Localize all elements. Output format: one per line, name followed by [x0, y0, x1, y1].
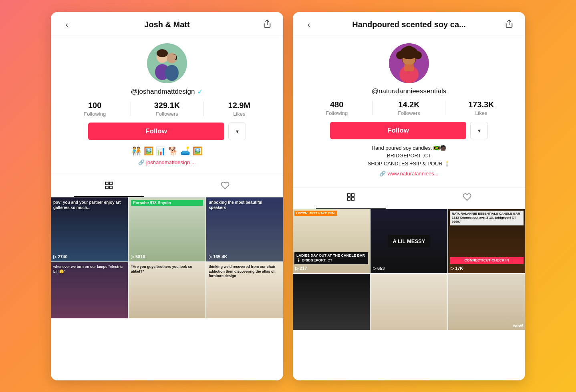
svg-rect-22: [352, 193, 354, 196]
left-followers-label: Followers: [156, 111, 178, 117]
left-video-4[interactable]: whenever we turn on our lamps "electric …: [51, 262, 128, 318]
left-profile-section: @joshandmattdesign ✓ 100 Following 329.1…: [51, 36, 283, 176]
right-bio: Hand poured soy candles. 🇯🇲🧑🏿 BRIDGEPORT…: [361, 144, 457, 182]
left-emoji-row: 🧑‍🤝‍🧑 🖼️ 📊 🐕 🛋️ 🖼️: [131, 145, 203, 157]
left-verified-badge: ✓: [197, 87, 203, 96]
right-tab-videos[interactable]: [293, 188, 409, 209]
right-video-4[interactable]: [293, 274, 370, 330]
left-back-button[interactable]: ‹: [60, 20, 73, 29]
right-video-1[interactable]: LISTEN, JUST HAVE FUN! LADIES DAY OUT AT…: [293, 209, 370, 273]
svg-point-5: [165, 65, 179, 81]
right-tab-liked[interactable]: [409, 188, 525, 209]
left-stats-row: 100 Following 329.1K Followers 12.9M Lik…: [59, 101, 275, 117]
right-video-1-count: ▷ 217: [295, 266, 307, 271]
left-share-button[interactable]: [261, 19, 274, 30]
right-stat-followers[interactable]: 14.2K Followers: [373, 100, 445, 116]
right-header: ‹ Handpoured scented soy ca...: [293, 12, 525, 36]
left-header-title: Josh & Matt: [73, 20, 261, 29]
right-video-3-badge: NATURALANNIE ESSENTIALS CANDLE BAR 1313 …: [450, 211, 524, 225]
left-phone: ‹ Josh & Matt @j: [51, 12, 283, 380]
svg-rect-7: [106, 182, 108, 185]
right-back-button[interactable]: ‹: [302, 20, 315, 29]
left-video-2-count: ▷ 5818: [131, 254, 145, 259]
left-follow-button[interactable]: Follow: [88, 123, 224, 140]
right-video-2-text: A LIL MESSY: [388, 235, 430, 247]
left-video-6[interactable]: thinking we'd recovered from our chair a…: [206, 262, 283, 318]
left-stat-followers[interactable]: 329.1K Followers: [131, 101, 203, 117]
svg-rect-21: [348, 193, 350, 196]
right-likes-value: 173.3K: [468, 100, 494, 109]
svg-rect-10: [110, 186, 112, 189]
svg-rect-8: [110, 182, 112, 185]
left-link-row[interactable]: 🔗 joshandmattdesign....: [131, 159, 203, 167]
right-follow-button[interactable]: Follow: [330, 122, 466, 139]
right-video-6[interactable]: wow!: [448, 274, 525, 330]
left-video-4-text: whenever we turn on our lamps "electric …: [53, 265, 125, 274]
right-stats-row: 480 Following 14.2K Followers 173.3K Lik…: [301, 100, 517, 116]
svg-rect-20: [404, 64, 414, 71]
right-video-grid-container: LISTEN, JUST HAVE FUN! LADIES DAY OUT AT…: [293, 209, 525, 380]
left-video-grid: pov: you and your partner enjoy art gall…: [51, 197, 283, 318]
right-stat-likes[interactable]: 173.3K Likes: [445, 100, 517, 116]
right-dropdown-button[interactable]: ▾: [470, 122, 488, 139]
left-tab-liked[interactable]: [167, 176, 283, 197]
right-stat-following[interactable]: 480 Following: [301, 100, 373, 116]
right-following-label: Following: [326, 110, 348, 116]
svg-rect-24: [352, 197, 354, 200]
svg-point-17: [414, 51, 422, 59]
left-video-1-count: ▷ 2740: [53, 254, 68, 259]
left-video-2-badge: Porsche 918 Snyder: [131, 200, 203, 206]
right-username-row: @naturalannieessentials: [372, 87, 446, 95]
right-bio-line-1: Hand poured soy candles. 🇯🇲🧑🏿: [368, 144, 451, 152]
right-avatar: [389, 43, 429, 83]
left-link-icon: 🔗: [138, 159, 145, 167]
left-followers-value: 329.1K: [154, 101, 180, 110]
right-link-text[interactable]: www.naturalanniees...: [387, 170, 438, 178]
right-bio-line-2: BRIDGEPORT ,CT: [368, 152, 451, 160]
right-profile-section: @naturalannieessentials 480 Following 14…: [293, 36, 525, 187]
right-video-6-wow: wow!: [513, 324, 523, 328]
left-video-2[interactable]: Porsche 918 Snyder ▷ 5818: [129, 197, 205, 261]
right-video-3[interactable]: NATURALANNIE ESSENTIALS CANDLE BAR 1313 …: [448, 209, 525, 273]
right-video-5[interactable]: [371, 274, 447, 330]
right-video-1-badge: LISTEN, JUST HAVE FUN!: [294, 211, 337, 216]
right-video-3-text: CONNECTICUT CHECK IN: [450, 257, 524, 264]
left-stat-likes[interactable]: 12.9M Likes: [203, 101, 275, 117]
left-following-value: 100: [88, 101, 101, 110]
right-video-2-count: ▷ 653: [373, 266, 385, 271]
left-video-grid-container: pov: you and your partner enjoy art gall…: [51, 197, 283, 380]
left-video-3[interactable]: unboxing the most beautiful speakers ▷ 1…: [206, 197, 283, 261]
right-video-2[interactable]: A LIL MESSY ▷ 653: [371, 209, 447, 273]
right-header-title: Handpoured scented soy ca...: [315, 20, 503, 29]
right-username: @naturalannieessentials: [372, 87, 446, 95]
right-followers-label: Followers: [398, 110, 420, 116]
left-following-label: Following: [84, 111, 106, 117]
right-share-button[interactable]: [503, 19, 516, 30]
right-video-1-text: LADIES DAY OUT AT THE CANDLE BAR 🕯️ BRID…: [294, 252, 368, 264]
svg-point-16: [396, 51, 404, 59]
left-video-3-text: unboxing the most beautiful speakers: [209, 200, 281, 210]
left-video-5[interactable]: "Are you guys brothers you look so alike…: [129, 262, 205, 318]
svg-rect-9: [106, 186, 108, 189]
right-video-3-count: ▷ 17K: [451, 266, 463, 271]
left-dropdown-button[interactable]: ▾: [228, 123, 246, 140]
right-bio-line-3: SHOP CANDLES +SIP & POUR 🕯️: [368, 160, 451, 168]
right-heart-icon: [463, 193, 471, 204]
left-bio: 🧑‍🤝‍🧑 🖼️ 📊 🐕 🛋️ 🖼️ 🔗 joshandmattdesign..…: [125, 145, 209, 171]
svg-point-18: [404, 46, 414, 55]
right-tabs: [293, 187, 525, 209]
left-likes-value: 12.9M: [228, 101, 251, 110]
left-video-1[interactable]: pov: you and your partner enjoy art gall…: [51, 197, 128, 261]
left-follow-row: Follow ▾: [59, 123, 275, 140]
right-followers-value: 14.2K: [398, 100, 419, 109]
left-link-text[interactable]: joshandmattdesign....: [146, 159, 196, 167]
left-video-5-text: "Are you guys brothers you look so alike…: [131, 265, 203, 274]
right-video-grid: LISTEN, JUST HAVE FUN! LADIES DAY OUT AT…: [293, 209, 525, 330]
left-header: ‹ Josh & Matt: [51, 12, 283, 36]
right-link-row[interactable]: 🔗 www.naturalanniees...: [368, 170, 451, 178]
left-tabs: [51, 176, 283, 197]
left-video-6-text: thinking we'd recovered from our chair a…: [209, 265, 281, 279]
svg-point-6: [157, 49, 168, 57]
left-tab-videos[interactable]: [51, 176, 167, 197]
left-stat-following[interactable]: 100 Following: [59, 101, 131, 117]
